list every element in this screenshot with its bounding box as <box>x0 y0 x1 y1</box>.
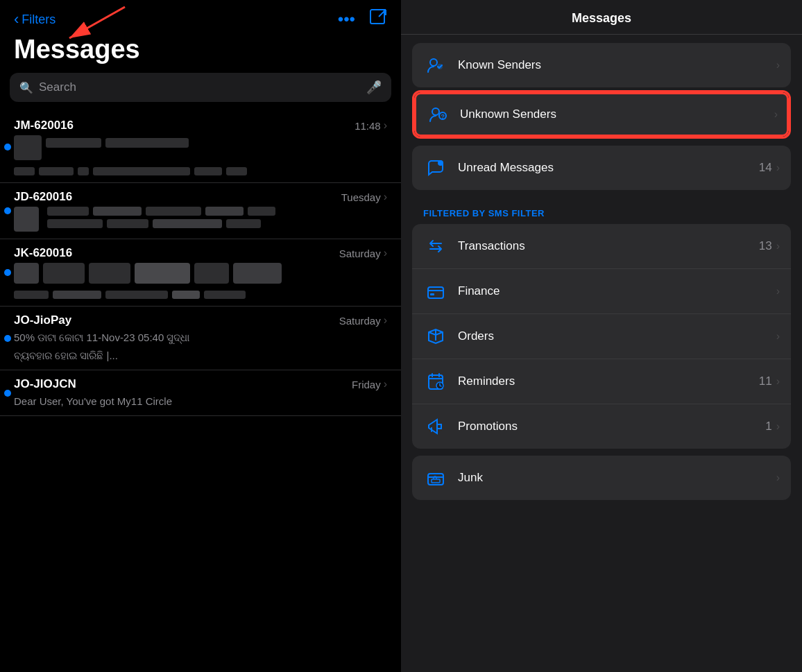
junk-item[interactable]: Junk › <box>412 456 791 500</box>
right-panel: Messages Known Senders › <box>401 0 802 672</box>
chevron-icon: › <box>776 472 780 484</box>
promotions-item[interactable]: Promotions 1 › <box>412 404 791 449</box>
known-senders-section: Known Senders › <box>412 43 791 87</box>
microphone-icon[interactable]: 🎤 <box>366 80 382 95</box>
section-label: FILTERED BY SMS FILTER <box>412 197 791 224</box>
unread-messages-count: 14 <box>759 161 772 175</box>
sender-name: JO-JioPay <box>14 313 71 327</box>
sender-name: JM-620016 <box>14 119 74 132</box>
chevron-icon: › <box>384 378 387 390</box>
search-input[interactable]: Search <box>39 80 361 94</box>
chevron-icon: › <box>776 285 780 298</box>
back-button[interactable]: ‹ Filters <box>14 10 56 28</box>
unknown-senders-item[interactable]: ? Unknown Senders › <box>414 92 789 137</box>
chevron-icon: › <box>776 330 780 343</box>
unread-messages-icon <box>423 155 448 180</box>
left-panel: ‹ Filters ••• Messages <box>0 0 401 672</box>
unread-messages-section: Unread Messages 14 › <box>412 146 791 190</box>
chevron-icon: › <box>776 375 780 388</box>
reminders-icon <box>423 369 448 394</box>
chevron-icon: › <box>776 240 780 252</box>
header-icons: ••• <box>338 8 387 31</box>
orders-icon <box>423 324 448 349</box>
reminders-label: Reminders <box>458 374 759 388</box>
svg-text:?: ? <box>441 113 445 120</box>
orders-label: Orders <box>458 329 776 343</box>
compose-button[interactable] <box>369 8 387 31</box>
unknown-senders-label: Unknown Senders <box>460 107 774 121</box>
svg-point-11 <box>438 160 443 166</box>
unread-indicator <box>4 390 11 397</box>
message-time: 11:48 <box>355 120 381 132</box>
unknown-senders-icon: ? <box>425 102 450 127</box>
finance-label: Finance <box>458 284 776 298</box>
junk-section: Junk › <box>412 456 791 500</box>
left-header: ‹ Filters ••• <box>0 0 401 31</box>
chevron-icon: › <box>776 59 780 71</box>
back-chevron-icon: ‹ <box>14 10 19 28</box>
chevron-icon: › <box>384 314 387 327</box>
chevron-icon: › <box>384 119 387 132</box>
message-preview-2: ବ୍ୟବହାର ହୋଇ ସାରିଛି |... <box>14 348 387 363</box>
unread-indicator <box>4 144 11 150</box>
list-item[interactable]: JO-JIOJCN Friday › Dear User, You've got… <box>0 370 401 416</box>
svg-rect-17 <box>432 479 440 483</box>
sender-name: JO-JIOJCN <box>14 377 76 391</box>
right-header: Messages <box>401 0 802 35</box>
back-label: Filters <box>22 12 56 27</box>
search-icon: 🔍 <box>19 81 33 94</box>
message-time: Saturday <box>339 248 381 259</box>
chevron-icon: › <box>774 108 778 121</box>
svg-rect-12 <box>428 287 443 298</box>
unread-messages-label: Unread Messages <box>458 161 759 175</box>
transactions-label: Transactions <box>458 239 759 253</box>
transactions-count: 13 <box>759 239 772 253</box>
unread-indicator <box>4 269 11 276</box>
list-item[interactable]: JO-JioPay Saturday › 50% ଡାଟା କୋଟା 11-No… <box>0 307 401 370</box>
chevron-icon: › <box>384 247 387 259</box>
promotions-icon <box>423 414 448 439</box>
sender-name: JD-620016 <box>14 190 72 204</box>
reminders-item[interactable]: Reminders 11 › <box>412 359 791 404</box>
junk-label: Junk <box>458 471 776 485</box>
message-time: Saturday <box>339 315 381 327</box>
sms-filter-section: Transactions 13 › Finance › <box>412 224 791 449</box>
unknown-senders-section: ? Unknown Senders › <box>412 90 791 139</box>
promotions-count: 1 <box>765 420 771 433</box>
promotions-label: Promotions <box>458 420 765 433</box>
svg-point-6 <box>430 59 437 66</box>
svg-point-8 <box>432 108 439 115</box>
transactions-icon <box>423 234 448 259</box>
unread-messages-item[interactable]: Unread Messages 14 › <box>412 146 791 190</box>
message-time: Friday <box>352 379 381 390</box>
page-title: Messages <box>0 31 401 73</box>
right-content: Known Senders › ? Unknown Senders › <box>401 35 802 672</box>
known-senders-label: Known Senders <box>458 58 776 72</box>
svg-rect-2 <box>370 10 384 24</box>
list-item[interactable]: JM-620016 11:48 › <box>0 112 401 183</box>
message-preview: 50% ଡାଟା କୋଟା 11-Nov-23 05:40 ସୁଦ୍ଧା <box>14 330 387 345</box>
unread-indicator <box>4 207 11 214</box>
message-list: JM-620016 11:48 › <box>0 112 401 672</box>
chevron-icon: › <box>776 162 780 174</box>
reminders-count: 11 <box>759 374 772 388</box>
chevron-icon: › <box>776 420 780 433</box>
right-panel-title: Messages <box>572 11 631 25</box>
orders-item[interactable]: Orders › <box>412 314 791 359</box>
chevron-icon: › <box>384 191 387 203</box>
message-time: Tuesday <box>341 191 381 203</box>
junk-icon <box>423 465 448 490</box>
message-preview: Dear User, You've got My11 Circle <box>14 394 387 408</box>
sender-name: JK-620016 <box>14 246 72 260</box>
finance-item[interactable]: Finance › <box>412 269 791 314</box>
known-senders-icon <box>423 53 448 78</box>
list-item[interactable]: JD-620016 Tuesday › <box>0 183 401 239</box>
transactions-item[interactable]: Transactions 13 › <box>412 224 791 269</box>
more-button[interactable]: ••• <box>338 10 355 29</box>
unread-indicator <box>4 335 11 342</box>
list-item[interactable]: JK-620016 Saturday › <box>0 239 401 307</box>
known-senders-item[interactable]: Known Senders › <box>412 43 791 87</box>
finance-icon <box>423 279 448 304</box>
search-bar[interactable]: 🔍 Search 🎤 <box>10 73 391 102</box>
svg-rect-13 <box>430 293 434 295</box>
